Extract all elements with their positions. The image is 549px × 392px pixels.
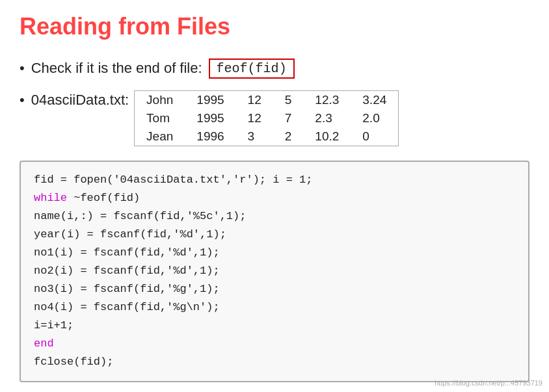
code-text: fid = fopen('04asciiData.txt','r'); i = … [34,174,312,186]
table-cell: 1995 [185,109,235,127]
code-line: no4(i) = fscanf(fid,'%g\n'); [34,298,515,317]
table-cell: 1995 [185,91,235,109]
feof-code: feof(fid) [209,59,295,79]
bullet-1-content: Check if it is the end of file: feof(fid… [31,59,295,79]
table-cell: 5 [273,91,304,109]
code-container: fid = fopen('04asciiData.txt','r'); i = … [34,171,515,372]
data-table: John199512512.33.24Tom19951272.32.0Jean1… [135,91,398,146]
data-table-wrapper: John199512512.33.24Tom19951272.32.0Jean1… [134,90,399,146]
code-line: while ~feof(fid) [34,189,515,207]
code-line: fid = fopen('04asciiData.txt','r'); i = … [34,171,515,189]
keyword: end [34,337,54,350]
code-text: no3(i) = fscanf(fid,'%g',1); [34,283,220,295]
table-cell: 12 [236,91,273,109]
bullet-dot-2: • [20,90,25,111]
code-text: no1(i) = fscanf(fid,'%d',1); [34,246,220,259]
table-cell: 3 [236,127,273,146]
bullet-2-label: 04asciiData.txt: [31,90,129,111]
code-line: no1(i) = fscanf(fid,'%d',1); [34,244,515,262]
table-cell: John [135,91,185,109]
bullet-1-label: Check if it is the end of file: [31,59,202,79]
code-line: name(i,:) = fscanf(fid,'%5c',1); [34,207,515,226]
bullet-2: • 04asciiData.txt: John199512512.33.24To… [20,90,529,146]
table-cell: Tom [135,109,185,127]
code-line: no3(i) = fscanf(fid,'%g',1); [34,280,515,298]
code-block: fid = fopen('04asciiData.txt','r'); i = … [20,161,529,382]
keyword: while [34,192,67,204]
code-text: no2(i) = fscanf(fid,'%d',1); [34,265,220,277]
code-text: i=i+1; [34,319,74,332]
code-line: fclose(fid); [34,353,515,371]
bullet-dot-1: • [20,59,25,79]
table-row: John199512512.33.24 [135,91,398,109]
bullet-1: • Check if it is the end of file: feof(f… [20,59,529,79]
table-cell: 2.3 [303,109,351,127]
code-text: no4(i) = fscanf(fid,'%g\n'); [34,301,220,313]
table-cell: 2 [273,127,304,146]
table-cell: Jean [135,127,185,146]
code-text: ~feof(fid) [67,192,140,204]
table-cell: 12.3 [303,91,351,109]
code-text: fclose(fid); [34,356,113,368]
table-cell: 3.24 [351,91,398,109]
table-cell: 2.0 [351,109,398,127]
code-line: no2(i) = fscanf(fid,'%d',1); [34,262,515,280]
code-line: year(i) = fscanf(fid,'%d',1); [34,226,515,244]
code-line: i=i+1; [34,317,515,335]
page-title: Reading from Files [20,13,529,40]
table-cell: 7 [273,109,304,127]
table-row: Jean19963210.20 [135,127,398,146]
code-line: end [34,335,515,353]
bullet-2-content: 04asciiData.txt: John199512512.33.24Tom1… [31,90,399,146]
code-text: year(i) = fscanf(fid,'%d',1); [34,228,226,241]
table-cell: 0 [351,127,398,146]
code-text: name(i,:) = fscanf(fid,'%5c',1); [34,210,246,222]
table-row: Tom19951272.32.0 [135,109,398,127]
watermark: https://blog.csdn.net/p...45793719 [435,379,542,387]
table-cell: 12 [236,109,273,127]
table-cell: 10.2 [303,127,351,146]
table-cell: 1996 [185,127,235,146]
